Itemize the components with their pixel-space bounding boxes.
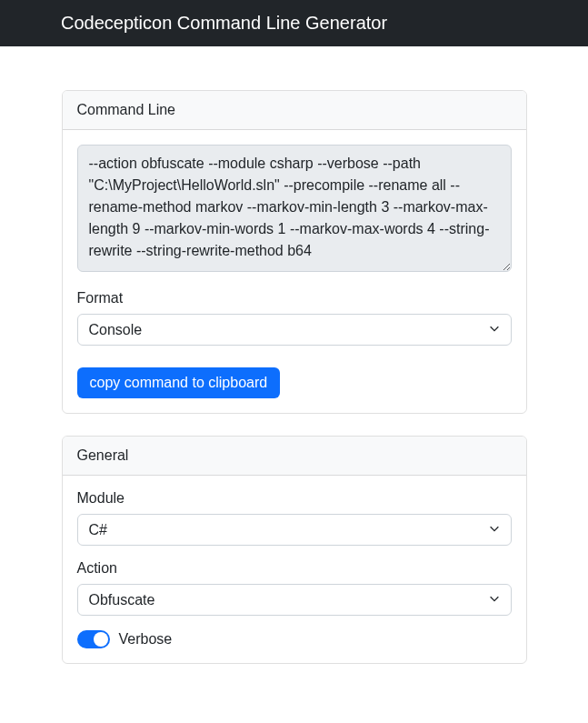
verbose-toggle[interactable] — [77, 630, 110, 648]
format-select[interactable]: Console — [77, 314, 512, 346]
page-title: Codecepticon Command Line Generator — [61, 13, 387, 33]
verbose-label: Verbose — [119, 631, 173, 648]
general-card-header: General — [63, 437, 526, 476]
general-card: General Module C# Action Obfuscate — [62, 436, 527, 664]
command-line-card-header: Command Line — [63, 91, 526, 130]
action-select[interactable]: Obfuscate — [77, 584, 512, 616]
copy-command-button[interactable]: copy command to clipboard — [77, 367, 281, 398]
format-label: Format — [77, 290, 512, 306]
command-line-textarea[interactable] — [77, 145, 512, 272]
module-label: Module — [77, 490, 512, 507]
navbar: Codecepticon Command Line Generator — [0, 0, 588, 46]
command-line-card: Command Line Format Console copy command… — [62, 90, 527, 414]
module-select[interactable]: C# — [77, 514, 512, 546]
action-label: Action — [77, 560, 512, 577]
